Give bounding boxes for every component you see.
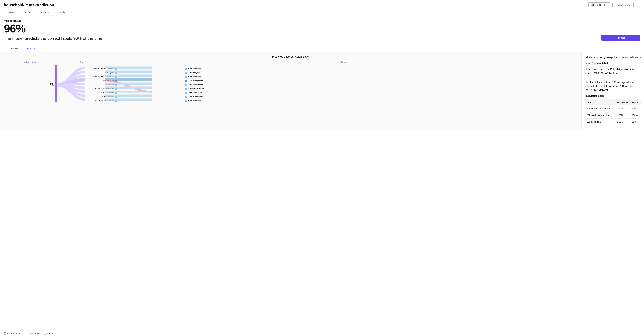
subtab-overview[interactable]: Overview: [4, 45, 22, 52]
cell-precision: 100%: [616, 112, 631, 118]
fanout-bands-icon: [58, 66, 87, 104]
individual-labels-title: Individual labels: [586, 94, 641, 97]
ready-status: Ready: [599, 4, 606, 6]
version-badge: V1: [590, 3, 596, 6]
main-tabs: Select Build Analyze Predict: [0, 10, 644, 16]
total-label: Total: [4, 82, 54, 85]
col-head-actual: Actual: [111, 61, 578, 64]
actual-node-icon: [185, 80, 187, 82]
flow-bands-icon: [106, 66, 154, 104]
cell-class: 239.washing-machine: [586, 112, 616, 118]
plus-circle-icon: [615, 4, 617, 6]
content-body: Predicted Label vs. Actual Label All pre…: [0, 52, 644, 129]
tab-build[interactable]: Build: [20, 10, 36, 16]
subtab-scoring[interactable]: Scoring: [22, 45, 40, 52]
actual-node-icon: [185, 88, 187, 90]
cell-class: 195.soda-can: [586, 118, 616, 125]
header-actions: V1 Ready ▾ Add version ⋮: [588, 2, 640, 8]
table-row[interactable]: 045.computer-keyboard100%100%: [586, 106, 641, 112]
col-head-predicted: Predicted: [60, 61, 111, 64]
actual-label: 142.microwav: [188, 96, 202, 98]
actual-column: 047.computer-229.tricycle045.computer-17…: [185, 67, 578, 103]
actual-row[interactable]: 229.tricycle: [185, 71, 578, 75]
actual-row[interactable]: 195.soda-can: [185, 91, 578, 95]
predict-button[interactable]: Predict: [602, 34, 640, 41]
insight-paragraph-2: For the values that are 171.refrigerator…: [586, 80, 641, 92]
th-recall[interactable]: Recall: [631, 100, 641, 106]
th-precision[interactable]: Precision: [616, 100, 631, 106]
header-bar: household-items-prediction V1 Ready ▾ Ad…: [0, 0, 644, 10]
tab-analyze[interactable]: Analyze: [36, 10, 54, 16]
actual-row[interactable]: 046.computer-: [185, 99, 578, 103]
table-row[interactable]: 239.washing-machine100%100%: [586, 112, 641, 118]
actual-row[interactable]: 047.computer-: [185, 67, 578, 71]
chevron-down-icon: ▾: [608, 4, 609, 6]
actual-label: 047.computer-: [188, 68, 203, 70]
sankey-diagram[interactable]: Total 50 047.computer-m: [4, 66, 578, 104]
most-frequent-title: Most frequent label: [586, 62, 641, 65]
status-dot-icon: [597, 4, 598, 6]
model-status-section: Model status 96% The model predicts the …: [0, 16, 644, 45]
insights-heading: Model accuracy insights: [586, 56, 617, 59]
accuracy-subtitle: The model predicts the correct labels 96…: [4, 36, 104, 41]
actual-node-icon: [185, 84, 187, 86]
actual-row[interactable]: 142.microwav: [185, 95, 578, 99]
actual-label: 045.computer-: [188, 76, 203, 78]
chart-title: Predicted Label vs. Actual Label: [4, 55, 578, 58]
actual-label: 195.soda-can: [188, 92, 202, 94]
actual-node-icon: [185, 68, 187, 70]
cell-recall: 100%: [631, 112, 641, 118]
table-row[interactable]: 195.soda-can100%60%: [586, 118, 641, 125]
tab-select[interactable]: Select: [4, 10, 20, 16]
actual-row[interactable]: 239.washing-m: [185, 87, 578, 91]
version-selector[interactable]: V1 Ready ▾: [588, 2, 610, 8]
cell-precision: 100%: [616, 106, 631, 112]
actual-node-icon: [185, 96, 187, 98]
accuracy-value: 96%: [4, 23, 104, 34]
actual-label: 046.computer-: [188, 100, 203, 102]
add-version-button[interactable]: Add version: [612, 2, 634, 7]
total-count: 50: [4, 85, 54, 87]
insights-panel: Model accuracy insights Advanced metrics…: [582, 52, 644, 129]
more-menu-button[interactable]: ⋮: [636, 3, 640, 7]
cell-precision: 100%: [616, 118, 631, 125]
actual-label: 229.tricycle: [188, 72, 200, 74]
cell-recall: 60%: [631, 118, 641, 125]
actual-row[interactable]: 045.computer-: [185, 75, 578, 79]
actual-label: 180.screwdriv: [188, 84, 203, 86]
tab-predict[interactable]: Predict: [54, 10, 71, 16]
analysis-subtabs: Overview Scoring: [0, 45, 644, 52]
actual-node-icon: [185, 92, 187, 94]
actual-row[interactable]: 171.refrigerato: [185, 79, 578, 83]
actual-node-icon: [185, 76, 187, 78]
actual-row[interactable]: 180.screwdriv: [185, 83, 578, 87]
actual-label: 239.washing-m: [188, 88, 204, 90]
sankey-chart-panel: Predicted Label vs. Actual Label All pre…: [0, 52, 582, 129]
page-title: household-items-prediction: [4, 3, 54, 7]
cell-recall: 100%: [631, 106, 641, 112]
total-node-icon: [55, 65, 57, 102]
col-head-all: All predictions: [4, 61, 60, 64]
actual-node-icon: [185, 72, 187, 74]
actual-label: 171.refrigerato: [188, 80, 204, 82]
labels-table: Class Precision Recall 045.computer-keyb…: [586, 100, 641, 125]
th-class[interactable]: Class: [586, 100, 616, 106]
chart-column-headers: All predictions Predicted Actual: [4, 61, 578, 64]
insight-paragraph-1: If the model predicts 171.refrigerator, …: [586, 68, 641, 75]
cell-class: 045.computer-keyboard: [586, 106, 616, 112]
actual-node-icon: [185, 100, 187, 102]
advanced-metrics-link[interactable]: Advanced metrics: [622, 56, 641, 58]
model-status-label: Model status: [4, 19, 104, 22]
